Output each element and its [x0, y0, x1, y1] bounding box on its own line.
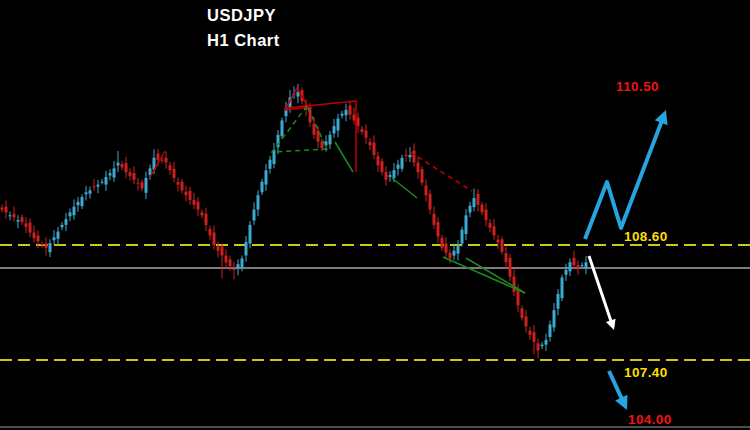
chart-window: USDJPY H1 Chart 110.50 108.60 107.40 104…	[0, 0, 750, 430]
green-dashed-triangle	[272, 106, 327, 152]
candlestick-series	[1, 84, 588, 358]
timeframe-title: H1 Chart	[207, 28, 280, 53]
chart-title: USDJPY H1 Chart	[207, 3, 280, 53]
lower-target-price-label: 104.00	[628, 412, 672, 427]
green-wedge-upper	[443, 257, 525, 293]
level-lines	[0, 245, 750, 360]
upper-target-price-label: 110.50	[616, 79, 659, 94]
resistance-price-label: 108.60	[624, 229, 668, 244]
green-slide-line	[392, 178, 417, 198]
green-drop-line	[335, 142, 353, 172]
bullish-projection-arrow	[585, 110, 668, 239]
chart-bottom-border	[0, 426, 750, 428]
symbol-title: USDJPY	[207, 3, 280, 28]
support-price-label: 107.40	[624, 365, 668, 380]
green-wedge-lower	[466, 258, 525, 293]
